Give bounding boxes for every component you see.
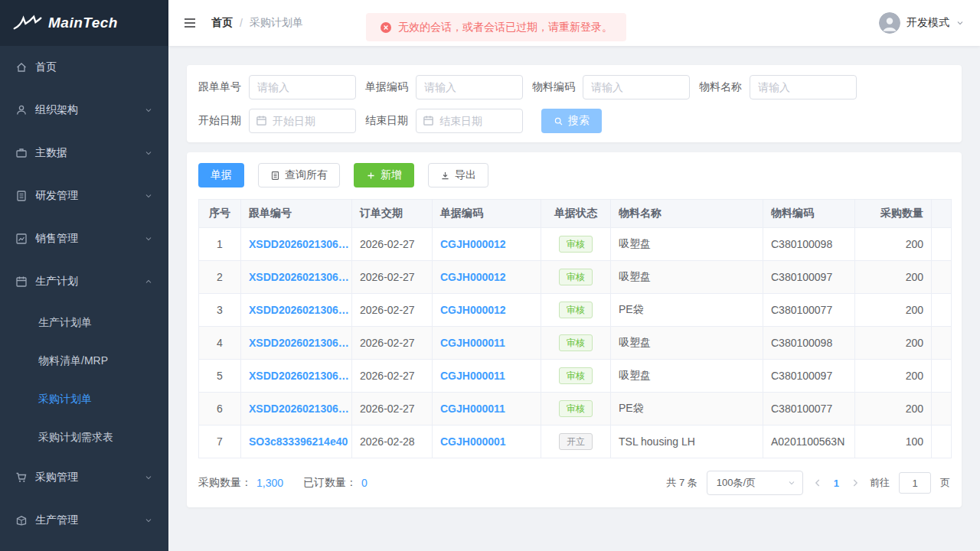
filter-input-3[interactable] [750, 75, 857, 99]
sidebar-item-2[interactable]: 主数据 [0, 132, 168, 174]
table-cell: 审核 [541, 261, 611, 294]
goto-page-input[interactable] [899, 472, 931, 494]
page-size-select[interactable]: 100条/页 [707, 471, 803, 495]
page-number[interactable]: 1 [832, 478, 841, 489]
status-badge: 审核 [559, 367, 593, 384]
next-page-button[interactable] [850, 478, 861, 488]
user-menu[interactable]: 开发模式 [879, 12, 965, 34]
goto-label: 前往 [870, 476, 890, 490]
table-cell: 200 [855, 261, 932, 294]
table-cell: C380100097 [763, 261, 855, 294]
table-cell: 吸塑盘 [611, 327, 763, 360]
column-header: 物料编码 [763, 200, 855, 228]
chart-icon [15, 233, 28, 245]
table-cell: 4 [199, 327, 241, 360]
topbar: 首页 / 采购计划单 无效的会话，或者会话已过期，请重新登录。 开发模式 [168, 0, 980, 46]
calendar-icon [423, 115, 434, 126]
status-badge: 开立 [559, 433, 593, 450]
order-no-link[interactable]: XSDD2026021306… [249, 337, 349, 349]
avatar [879, 12, 900, 34]
summary: 采购数量： 1,300 已订数量： 0 [198, 476, 368, 490]
sidebar-item-label: 销售管理 [35, 232, 144, 246]
prev-page-button[interactable] [812, 478, 823, 488]
doc-no-link[interactable]: CGJH000001 [440, 435, 506, 448]
table-cell: 审核 [541, 294, 611, 327]
doc-no-link[interactable]: CGJH000012 [440, 304, 506, 316]
order-no-link[interactable]: SO3c833396214e40 [249, 435, 348, 448]
sidebar-subitem-5-1[interactable]: 物料清单/MRP [0, 341, 168, 380]
table-cell: CGJH000012 [433, 228, 541, 261]
table-cell: C380100098 [763, 327, 855, 360]
doc-no-link[interactable]: CGJH000011 [440, 337, 505, 349]
filter-label: 开始日期 [198, 114, 241, 128]
doc-no-link[interactable]: CGJH000011 [440, 370, 505, 382]
doc-no-link[interactable]: CGJH000012 [440, 238, 506, 250]
sidebar-item-1[interactable]: 组织架构 [0, 89, 168, 132]
sidebar-item-0[interactable]: 首页 [0, 46, 168, 89]
filter-input-1[interactable] [416, 75, 523, 99]
table-cell: XSDD2026021306… [241, 360, 352, 393]
document-icon [270, 171, 280, 181]
docs-button[interactable]: 单据 [198, 163, 244, 187]
logo-text: MainTech [48, 15, 118, 31]
sidebar-item-4[interactable]: 销售管理 [0, 217, 168, 260]
doc-no-link[interactable]: CGJH000011 [440, 403, 505, 415]
column-header: 订单交期 [352, 200, 433, 228]
order-no-link[interactable]: XSDD2026021306… [249, 304, 349, 316]
cart-icon [15, 471, 28, 484]
sidebar-subitem-5-3[interactable]: 采购计划需求表 [0, 418, 168, 456]
sidebar-item-6[interactable]: 采购管理 [0, 456, 168, 499]
table-cell: 200 [855, 294, 932, 327]
breadcrumb-home[interactable]: 首页 [211, 16, 233, 30]
user-mode-label: 开发模式 [906, 16, 949, 30]
sidebar-subitem-5-2[interactable]: 采购计划单 [0, 380, 168, 418]
column-header: 跟单编号 [241, 200, 352, 228]
table-cell: CGJH000011 [433, 327, 541, 360]
add-button[interactable]: 新增 [354, 163, 414, 187]
search-button[interactable]: 搜索 [541, 109, 602, 133]
order-no-link[interactable]: XSDD2026021306… [249, 370, 349, 382]
sidebar-item-7[interactable]: 生产管理 [0, 499, 168, 542]
filter-label: 物料编码 [532, 80, 575, 94]
sidebar-item-label: 组织架构 [35, 103, 144, 117]
filter-label: 物料名称 [699, 80, 742, 94]
table-cell: 审核 [541, 228, 611, 261]
table-cell: C380100077 [763, 294, 855, 327]
breadcrumb: 首页 / 采购计划单 [211, 16, 303, 30]
breadcrumb-current: 采购计划单 [250, 16, 303, 30]
filter-input-0[interactable] [249, 75, 356, 99]
doc-no-link[interactable]: CGJH000012 [440, 271, 506, 283]
sidebar-item-3[interactable]: 研发管理 [0, 174, 168, 217]
chevron-down-icon [144, 516, 153, 525]
calendar-icon [15, 276, 28, 288]
table-cell: 审核 [541, 327, 611, 360]
column-header: 采购数量 [855, 200, 932, 228]
table-cell [932, 360, 952, 393]
order-no-link[interactable]: XSDD2026021306… [249, 403, 349, 415]
table-cell: TSL housing LH [611, 425, 763, 458]
sidebar-item-label: 主数据 [35, 146, 144, 160]
table-body: 1XSDD2026021306…2026-02-27CGJH000012审核吸塑… [199, 228, 952, 458]
purchase-qty-label: 采购数量： [198, 476, 252, 490]
table-card: 单据查询所有新增导出 序号跟单编号订单交期单据编码单据状态物料名称物料编码采购数… [187, 152, 962, 507]
total-count: 共 7 条 [666, 476, 697, 490]
table-cell [932, 425, 952, 458]
filter-input-2[interactable] [583, 75, 690, 99]
order-no-link[interactable]: XSDD2026021306… [249, 238, 349, 250]
sidebar-subitem-5-0[interactable]: 生产计划单 [0, 303, 168, 341]
table-cell: 200 [855, 327, 932, 360]
page-unit-label: 页 [940, 476, 950, 490]
sidebar-item-5[interactable]: 生产计划 [0, 260, 168, 303]
column-header [932, 200, 952, 228]
table-footer: 采购数量： 1,300 已订数量： 0 共 7 条 100条/页 [198, 471, 950, 495]
content: 跟单单号单据编码物料编码物料名称 开始日期结束日期搜索 单据查询所有新增导出 序… [168, 46, 980, 551]
main-area: 首页 / 采购计划单 无效的会话，或者会话已过期，请重新登录。 开发模式 跟单单… [168, 0, 980, 551]
sidebar-item-label: 生产计划 [35, 275, 144, 289]
table-cell: 吸塑盘 [611, 261, 763, 294]
hamburger-icon[interactable] [182, 15, 198, 31]
query-all-button[interactable]: 查询所有 [258, 163, 340, 187]
filter-field: 结束日期 [365, 109, 523, 133]
export-button[interactable]: 导出 [428, 163, 488, 187]
order-no-link[interactable]: XSDD2026021306… [249, 271, 349, 283]
table-row: 1XSDD2026021306…2026-02-27CGJH000012审核吸塑… [199, 228, 952, 261]
